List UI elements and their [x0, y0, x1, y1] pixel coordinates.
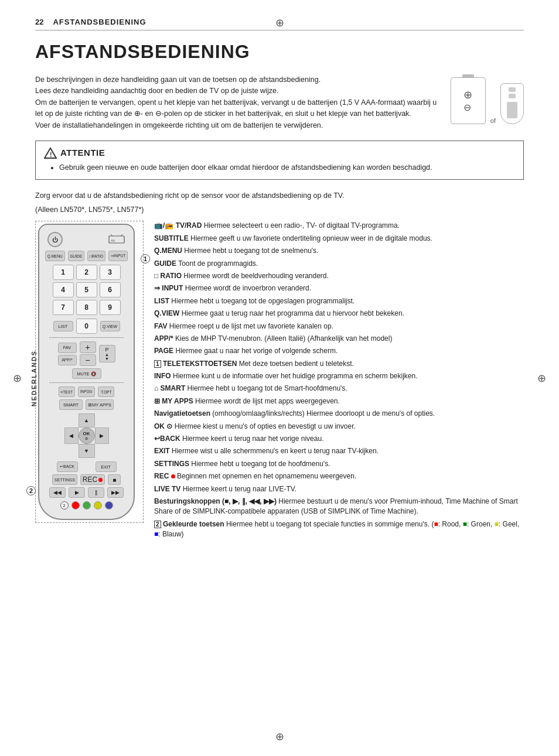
- stop-button[interactable]: ■: [108, 474, 121, 485]
- desc-guide: GUIDE Toont de programmagids.: [154, 259, 524, 269]
- intro-p1: De beschrijvingen in deze handleiding ga…: [35, 74, 441, 85]
- page-btn[interactable]: P ▲ ▼: [99, 345, 115, 362]
- num-1-button[interactable]: 1: [53, 265, 74, 280]
- red-button[interactable]: [71, 501, 80, 509]
- desc-ok: OK ⊙ Hiermee kiest u menu's of opties en…: [154, 422, 524, 432]
- q-menu-button[interactable]: Q.MENU: [45, 251, 65, 261]
- intro-text: De beschrijvingen in deze handleiding ga…: [35, 74, 441, 131]
- nav-left-button[interactable]: ◀: [64, 427, 79, 444]
- desc-rec: REC Beginnen met opnemen en het opnameme…: [154, 471, 524, 481]
- mute-button[interactable]: MUTE 🔇: [72, 368, 101, 379]
- remote-container: ⏻ AV Q.MENU GUIDE: [35, 221, 144, 523]
- desc-fav: FAV Hiermee roept u de lijst met uw favo…: [154, 321, 524, 331]
- desc-key-ok: OK ⊙: [154, 422, 172, 430]
- vol-dn-button[interactable]: −: [80, 354, 96, 366]
- sensor-text: Zorg ervoor dat u de afstandsbediening r…: [35, 190, 524, 201]
- desc-key-smart: ⌂ SMART: [154, 384, 185, 392]
- attention-label: ATTENTIE: [60, 148, 105, 158]
- desc-key-gekleurd: 2 Gekleurde toetsen: [154, 520, 224, 528]
- desc-back: ↩BACK Hiermee keert u terug naar het vor…: [154, 434, 524, 444]
- text-button[interactable]: ≡TEXT: [59, 386, 75, 397]
- green-button[interactable]: [83, 501, 91, 509]
- ok-button[interactable]: OK⊙: [79, 427, 95, 444]
- of-label: of: [490, 117, 496, 124]
- intro-p4: Voer de installatiehandelingen in omgeke…: [35, 120, 441, 131]
- warning-triangle-icon: !: [44, 147, 57, 159]
- blue-button[interactable]: [105, 501, 113, 509]
- color-buttons-row: 2: [45, 501, 128, 509]
- num-5-button[interactable]: 5: [76, 282, 97, 297]
- desc-key-fav: FAV: [154, 322, 167, 330]
- remote-top-row: ⏻ AV: [45, 231, 128, 248]
- exit-button[interactable]: EXIT: [96, 461, 117, 472]
- q-view-button[interactable]: Q.VIEW: [100, 321, 120, 331]
- remote-dashed-box: ⏻ AV Q.MENU GUIDE: [35, 221, 144, 523]
- nav-down-button[interactable]: ▼: [79, 444, 95, 458]
- num-8-button[interactable]: 8: [76, 300, 97, 315]
- smart-button[interactable]: SMART: [59, 399, 83, 410]
- desc-list: LIST Hiermee hebt u toegang tot de opges…: [154, 296, 524, 306]
- num-4-button[interactable]: 4: [53, 282, 74, 297]
- desc-qmenu: Q.MENU Hiermee hebt u toegang tot de sne…: [154, 246, 524, 256]
- desc-key-rec: REC: [154, 472, 175, 480]
- main-content: ⏻ AV Q.MENU GUIDE: [35, 221, 524, 542]
- rec-button[interactable]: REC: [80, 474, 105, 485]
- num-7-button[interactable]: 7: [53, 300, 74, 315]
- guide-button[interactable]: GUIDE: [68, 251, 84, 261]
- main-title: AFSTANDSBEDIENING: [35, 41, 524, 63]
- right-crosshair-icon: ⊕: [537, 372, 546, 385]
- power-button[interactable]: ⏻: [47, 232, 63, 247]
- settings-button[interactable]: SETTINGS: [52, 474, 77, 485]
- nav-right-button[interactable]: ▶: [95, 427, 109, 444]
- pause-button[interactable]: ‖: [88, 487, 104, 498]
- desc-key-input: ⇒ INPUT: [154, 284, 183, 292]
- attention-box: ! ATTENTIE Gebruik geen nieuwe en oude b…: [35, 141, 524, 180]
- desc-key-settings: SETTINGS: [154, 460, 189, 468]
- desc-key-page: PAGE: [154, 347, 173, 355]
- num-0-button[interactable]: 0: [76, 319, 97, 334]
- app-button[interactable]: APP/*: [58, 355, 77, 365]
- rec-dot-desc-icon: [171, 474, 175, 478]
- battery-box-icon: ⊕⊖: [451, 77, 486, 124]
- desc-smart: ⌂ SMART Hiermee hebt u toegang tot de Sm…: [154, 384, 524, 394]
- back-button[interactable]: ↩BACK: [57, 461, 78, 472]
- ffwd-button[interactable]: ▶▶: [107, 487, 124, 498]
- svg-text:AV: AV: [111, 239, 115, 242]
- top-crosshair-icon: ⊕: [275, 16, 284, 29]
- nav-up-button[interactable]: ▲: [79, 413, 95, 427]
- rew-button[interactable]: ◀◀: [49, 487, 66, 498]
- desc-key-besturing: Besturingsknoppen (■, ▶, ‖, ◀◀, ▶▶): [154, 497, 277, 505]
- info-button[interactable]: INFO⊙: [78, 386, 96, 397]
- bottom-crosshair-icon: ⊕: [275, 730, 284, 743]
- remote-divider-1: [49, 337, 124, 338]
- fav-button[interactable]: FAV: [58, 343, 77, 353]
- t-opt-button[interactable]: T.OPT: [98, 386, 114, 397]
- desc-tv-rad: 📺/📻 TV/RAD Hiermee selecteert u een radi…: [154, 221, 524, 231]
- settings-row: SETTINGS REC ■: [45, 474, 128, 485]
- num-9-button[interactable]: 9: [100, 300, 121, 315]
- desc-key-myapps: ⊞ MY APPS: [154, 397, 193, 405]
- list-button[interactable]: LIST: [53, 321, 73, 331]
- desc-key-back: ↩BACK: [154, 435, 180, 443]
- attention-list: Gebruik geen nieuwe en oude batterijen d…: [50, 162, 515, 173]
- ratio-button[interactable]: □RATIO: [87, 251, 105, 261]
- battery-image: ⊕⊖ of: [451, 74, 524, 124]
- play-button[interactable]: ▶: [69, 487, 85, 498]
- num-3-button[interactable]: 3: [100, 265, 121, 280]
- vol-up-button[interactable]: +: [80, 341, 96, 353]
- input-button[interactable]: ⇒INPUT: [108, 251, 128, 261]
- desc-myapps: ⊞ MY APPS Hiermee wordt de lijst met app…: [154, 396, 524, 406]
- nav-corner-tl: [64, 413, 79, 427]
- text-row: ≡TEXT INFO⊙ T.OPT: [45, 386, 128, 397]
- remote-body: ⏻ AV Q.MENU GUIDE: [38, 224, 135, 520]
- my-apps-button[interactable]: ⊞MY APPS: [86, 399, 114, 410]
- menu-row: Q.MENU GUIDE □RATIO ⇒INPUT: [45, 251, 128, 261]
- desc-key-subtitle: SUBTITLE: [154, 234, 189, 242]
- desc-app: APP/* Kies de MHP TV-menubron. (Alleen I…: [154, 334, 524, 344]
- fav-row: FAV APP/* + − P ▲ ▼: [45, 341, 128, 366]
- desc-qview: Q.VIEW Hiermee gaat u terug naar het pro…: [154, 309, 524, 319]
- desc-key-ratio: □ RATIO: [154, 272, 182, 280]
- num-6-button[interactable]: 6: [100, 282, 121, 297]
- num-2-button[interactable]: 2: [76, 265, 97, 280]
- yellow-button[interactable]: [94, 501, 102, 509]
